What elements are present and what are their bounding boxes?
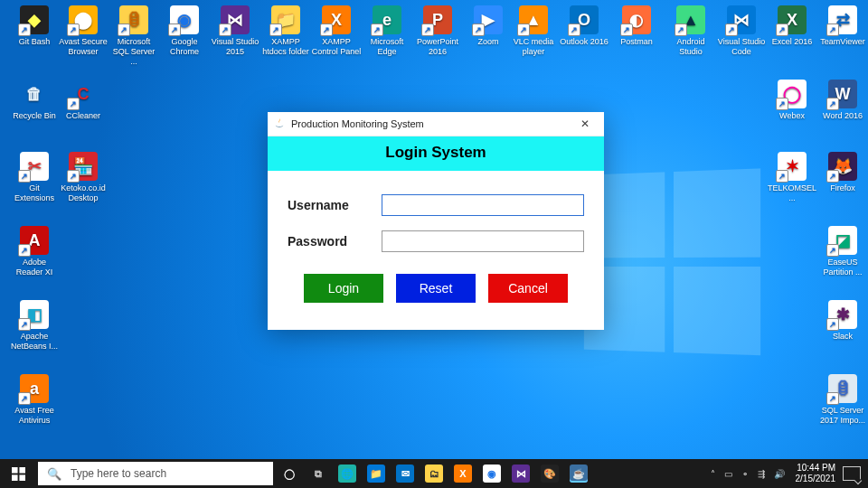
login-button[interactable]: Login [304,274,383,303]
desktop-icon-label: Slack [817,332,868,342]
shortcut-arrow-icon: ↗ [67,98,80,110]
volume-icon[interactable]: 🔊 [774,469,785,479]
username-label: Username [288,198,382,212]
desktop-icon[interactable]: ▶↗Zoom [463,5,514,47]
app-icon: ◐↗ [622,5,651,34]
desktop-icon[interactable]: ⋈↗Visual Studio Code [716,5,767,57]
app-icon: ▶↗ [474,5,503,34]
app-icon: P↗ [423,5,452,34]
desktop-icon[interactable]: C↗CCleaner [58,80,108,121]
desktop-icon[interactable]: P↗PowerPoint 2016 [412,5,463,57]
desktop-icon[interactable]: ◧↗Apache NetBeans I... [9,300,60,352]
titlebar[interactable]: Production Monitoring System ✕ [268,112,604,136]
username-input[interactable] [382,194,584,216]
app-icon: X↗ [322,5,351,34]
search-icon: 🔍 [47,467,61,481]
paint-icon[interactable]: 🎨 [541,465,559,483]
desktop-icon[interactable]: ▲↗VLC media player [508,5,559,57]
files-icon[interactable]: 🗂 [425,465,443,483]
desktop-icon-label: Git Bash [9,37,60,47]
shortcut-arrow-icon: ↗ [18,170,31,183]
desktop-icon[interactable]: ◪↗EaseUS Partition ... [817,226,868,277]
cancel-button[interactable]: Cancel [488,274,568,303]
cortana-icon[interactable]: ◯ [280,465,298,483]
shortcut-arrow-icon: ↗ [517,23,530,36]
shortcut-arrow-icon: ↗ [168,23,181,36]
desktop-icon[interactable]: 🏪↗Ketoko.co.id Desktop [58,152,108,203]
action-center-icon[interactable] [843,466,861,481]
desktop-icon-label: Ketoko.co.id Desktop [58,183,108,203]
desktop-icon[interactable]: 🗑Recycle Bin [9,80,60,121]
app-icon: ✱↗ [828,300,857,329]
desktop-icon[interactable]: ⇄↗TeamViewer [817,5,868,47]
globe-icon[interactable]: 🌐 [338,465,356,483]
vs-icon[interactable]: ⋈ [512,465,530,483]
desktop-icon-label: PowerPoint 2016 [412,37,463,57]
desktop-icon[interactable]: ✶↗TELKOMSEL... [767,152,817,203]
desktop-icon-label: Google Chrome [159,37,210,57]
desktop-icon-label: Adobe Reader XI [9,258,60,277]
desktop-icon[interactable]: ◐↗Postman [611,5,662,47]
app-icon: 🛢↗ [119,5,148,34]
app-icon: ▲↗ [519,5,548,34]
desktop-icon-label: Avast Secure Browser [58,37,108,57]
desktop-icon[interactable]: ⬤↗Avast Secure Browser [58,5,108,57]
shortcut-arrow-icon: ↗ [826,98,839,110]
app-icon: e↗ [373,5,401,34]
shortcut-arrow-icon: ↗ [18,244,31,257]
shortcut-arrow-icon: ↗ [776,23,788,36]
network-icon[interactable]: ⚬ [741,469,749,479]
start-button[interactable] [0,459,36,488]
xampp-icon[interactable]: X [454,465,472,483]
shortcut-arrow-icon: ↗ [67,23,80,36]
desktop-icon[interactable]: 📁↗XAMPP htdocs folder [260,5,311,57]
app-icon: a↗ [20,374,49,403]
app-icon: ◆↗ [20,5,49,34]
desktop-icon[interactable]: 🦊↗Firefox [817,152,868,193]
close-button[interactable]: ✕ [570,114,600,134]
desktop-icon[interactable]: 🛢↗SQL Server 2017 Impo... [817,374,868,426]
java-app-icon[interactable]: ☕ [570,465,588,483]
desktop-icon[interactable]: 🛢↗Microsoft SQL Server ... [108,5,159,67]
system-tray[interactable]: ˄ ▭ ⚬ ⇶ 🔊 [703,469,792,479]
desktop-icon[interactable]: ⋈↗Visual Studio 2015 [210,5,260,57]
desktop-icon-label: CCleaner [58,111,108,121]
desktop-icon[interactable]: A↗Adobe Reader XI [9,226,60,277]
desktop-icon-label: Microsoft SQL Server ... [108,37,159,67]
shortcut-arrow-icon: ↗ [18,23,31,36]
clock-time: 10:44 PM [796,463,836,474]
window-title: Production Monitoring System [291,118,424,129]
desktop-icon[interactable]: ◉↗Google Chrome [159,5,210,57]
desktop-icon[interactable]: ✂↗Git Extensions [9,152,60,203]
explorer-icon[interactable]: 📁 [367,465,385,483]
desktop-icon[interactable]: X↗XAMPP Control Panel [311,5,362,57]
clock[interactable]: 10:44 PM 2/15/2021 [792,463,840,484]
desktop-icon[interactable]: X↗Excel 2016 [767,5,817,47]
desktop-icon-label: SQL Server 2017 Impo... [817,406,868,426]
desktop-icon-label: Visual Studio 2015 [210,37,260,57]
task-view-icon[interactable]: ⧉ [309,465,327,483]
desktop-icon[interactable]: ◆↗Git Bash [9,5,60,47]
desktop-icon-label: Zoom [463,37,514,47]
wifi-icon[interactable]: ⇶ [758,469,765,479]
desktop-icon[interactable]: O↗Outlook 2016 [559,5,609,47]
desktop-icon-label: XAMPP htdocs folder [260,37,311,57]
desktop-icon[interactable]: ◯↗Webex [767,80,817,121]
outlook-icon[interactable]: ✉ [396,465,414,483]
app-icon: ◉↗ [170,5,199,34]
desktop-icon[interactable]: ✱↗Slack [817,300,868,342]
desktop-icon-label: Word 2016 [817,111,868,121]
tray-overflow-icon[interactable]: ˄ [711,469,715,479]
desktop-icon[interactable]: W↗Word 2016 [817,80,868,121]
search-box[interactable]: 🔍 Type here to search [38,462,273,485]
password-input[interactable] [382,230,584,252]
shortcut-arrow-icon: ↗ [472,23,485,36]
battery-icon[interactable]: ▭ [724,469,732,479]
desktop[interactable]: ◆↗Git Bash⬤↗Avast Secure Browser🛢↗Micros… [0,0,868,488]
reset-button[interactable]: Reset [396,274,476,303]
desktop-icon[interactable]: e↗Microsoft Edge [362,5,412,57]
chrome-icon[interactable]: ◉ [483,465,501,483]
taskbar: 🔍 Type here to search ◯⧉🌐📁✉🗂X◉⋈🎨☕ ˄ ▭ ⚬ … [0,459,868,488]
desktop-icon[interactable]: ▲↗Android Studio [665,5,716,57]
desktop-icon[interactable]: a↗Avast Free Antivirus [9,374,60,426]
